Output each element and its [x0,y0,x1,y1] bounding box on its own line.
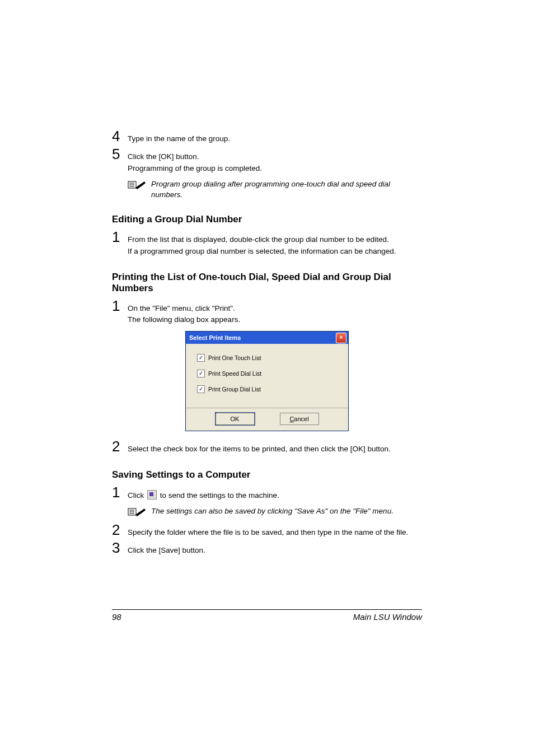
heading-printing-list: Printing the List of One-touch Dial, Spe… [112,272,422,294]
close-icon[interactable]: × [336,333,346,343]
step-5: 5 Click the [OK] button. Programming of … [112,147,422,175]
page-footer: 98 Main LSU Window [112,609,422,622]
dialog-container: Select Print Items × ✓ Print One Touch L… [112,331,422,431]
dialog-titlebar: Select Print Items × [186,332,348,344]
save-step-3: 3 Click the [Save] button. [112,540,422,557]
step-text: On the "File" menu, click "Print". The f… [128,298,422,327]
step-number: 4 [112,129,128,143]
heading-editing-group-dial: Editing a Group Dial Number [112,214,422,225]
dialog-title: Select Print Items [189,334,241,341]
step-text: From the list that is displayed, double-… [128,230,422,258]
checkbox-label: Print One Touch List [208,354,261,361]
checkmark-icon: ✓ [197,370,205,377]
checkbox-one-touch[interactable]: ✓ Print One Touch List [197,354,337,362]
step-number: 2 [112,439,128,454]
edit-step-1: 1 From the list that is displayed, doubl… [112,230,422,258]
ok-button[interactable]: OK [216,413,255,425]
heading-saving-settings: Saving Settings to a Computer [112,469,422,480]
note-text: Program group dialing after programming … [151,179,422,200]
footer-title: Main LSU Window [353,612,422,622]
step-text: Specify the folder where the file is to … [128,522,422,539]
checkmark-icon: ✓ [197,385,205,393]
print-step-1: 1 On the "File" menu, click "Print". The… [112,298,422,327]
note-text: The settings can also be saved by clicki… [151,506,422,517]
checkbox-speed-dial[interactable]: ✓ Print Speed Dial List [197,370,337,377]
select-print-items-dialog: Select Print Items × ✓ Print One Touch L… [185,331,349,431]
step-text: Click the [OK] button. Programming of th… [128,147,422,175]
save-step-2: 2 Specify the folder where the file is t… [112,522,422,539]
step-4: 4 Type in the name of the group. [112,129,422,146]
step-number: 1 [112,485,128,500]
step-number: 3 [112,540,128,555]
print-step-2: 2 Select the check box for the items to … [112,439,422,456]
page-content: 4 Type in the name of the group. 5 Click… [0,0,534,557]
save-icon [147,490,157,500]
step-text: Click to send the settings to the machin… [128,485,422,502]
step-number: 1 [112,230,128,244]
step-text: Click the [Save] button. [128,540,422,557]
step-number: 2 [112,522,128,537]
save-step-1: 1 Click to send the settings to the mach… [112,485,422,502]
note-icon [128,506,151,519]
step-number: 5 [112,147,128,161]
note-program-group: Program group dialing after programming … [128,179,422,200]
checkbox-label: Print Speed Dial List [208,370,261,377]
checkbox-label: Print Group Dial List [208,386,261,393]
checkbox-group-dial[interactable]: ✓ Print Group Dial List [197,385,337,393]
dialog-button-row: OK Cancel [186,408,348,431]
page-number: 98 [112,612,121,622]
dialog-body: ✓ Print One Touch List ✓ Print Speed Dia… [186,344,348,408]
cancel-button[interactable]: Cancel [280,413,319,425]
step-text: Select the check box for the items to be… [128,439,422,456]
step-text: Type in the name of the group. [128,129,422,146]
note-icon [128,179,151,192]
checkmark-icon: ✓ [197,354,205,362]
step-number: 1 [112,298,128,313]
note-save-as: The settings can also be saved by clicki… [128,506,422,519]
